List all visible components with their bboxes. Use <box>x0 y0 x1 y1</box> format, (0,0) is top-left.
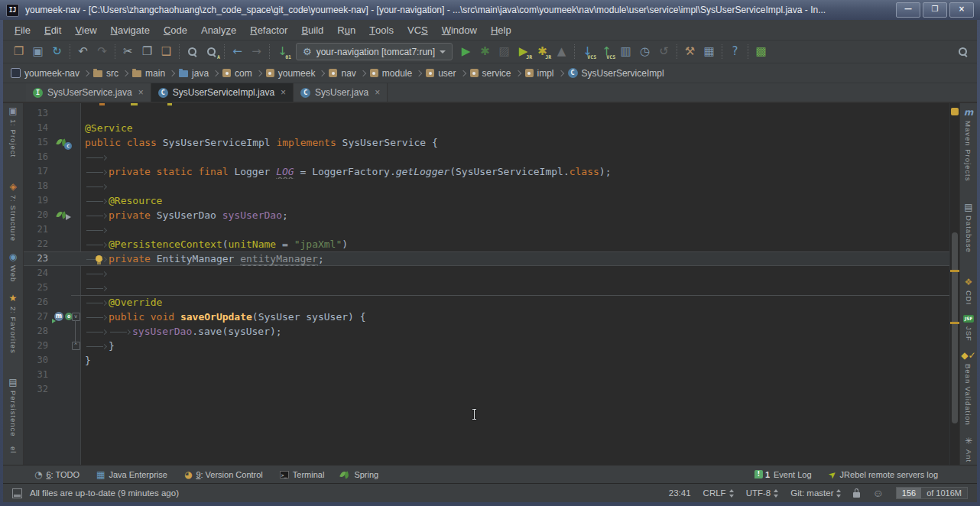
code-text[interactable] <box>80 266 949 281</box>
tool-button-database[interactable]: ▤Database <box>964 203 972 253</box>
synchronize-icon[interactable]: ↻ <box>47 43 67 60</box>
menu-window[interactable]: Window <box>435 20 484 40</box>
tool-button-2-favorites[interactable]: ★2: Favorites <box>9 294 18 354</box>
tool-button-7-structure[interactable]: ◈7: Structure <box>9 182 18 242</box>
recent-changes-icon[interactable]: ◷ <box>635 43 654 60</box>
warning-stripe-mark[interactable] <box>950 270 959 272</box>
redo-icon[interactable]: ↷ <box>92 43 112 60</box>
menu-help[interactable]: Help <box>484 20 518 40</box>
editor-scrollbar[interactable] <box>949 103 959 465</box>
tool-button-spring[interactable]: Spring <box>333 470 387 479</box>
tool-button-web[interactable]: ◉Web <box>9 252 18 282</box>
find-icon[interactable] <box>183 43 202 60</box>
highlighting-level-icon[interactable]: ☺ <box>872 488 883 498</box>
tool-button-jsf[interactable]: JSFJSF <box>963 315 975 342</box>
error-stripe-status-icon[interactable] <box>951 108 959 115</box>
breadcrumb-module[interactable]: module <box>370 68 412 79</box>
breadcrumb-user[interactable]: user <box>426 68 456 79</box>
close-icon[interactable]: × <box>138 87 144 98</box>
code-text[interactable]: private static final Logger LOG = Logger… <box>80 164 949 179</box>
breadcrumb-youmeek[interactable]: youmeek <box>266 68 316 79</box>
menu-code[interactable]: Code <box>157 20 194 40</box>
menu-refactor[interactable]: Refactor <box>243 20 294 40</box>
open-icon[interactable]: ❐ <box>9 43 28 60</box>
breadcrumb-youmeek-nav[interactable]: youmeek-nav <box>11 68 80 79</box>
run-configuration-combo[interactable]: ⚙your-navigation [tomcat7:run] <box>296 43 453 60</box>
status-cursor-position[interactable]: 23:41 <box>669 488 691 498</box>
back-icon[interactable]: ← <box>228 43 247 60</box>
fold-marker-end[interactable]: ^ <box>72 342 80 350</box>
editor-tab-sysuser.java[interactable]: CSysUser.java× <box>294 83 388 102</box>
breadcrumb-src[interactable]: src <box>93 68 118 79</box>
status-encoding[interactable]: UTF-8 <box>746 488 779 498</box>
tool-button-1-project[interactable]: ▣1: Project <box>8 106 17 157</box>
editor-tab-sysuserserviceimpl.java[interactable]: CSysUserServiceImpl.java× <box>151 83 294 102</box>
search-everywhere-icon[interactable] <box>953 43 972 60</box>
vcs-update-icon[interactable]: ↓VCS <box>578 43 597 60</box>
forward-icon[interactable]: → <box>247 43 266 60</box>
close-button[interactable]: × <box>949 2 974 18</box>
coverage-icon[interactable]: ▨ <box>495 43 514 60</box>
code-text[interactable] <box>80 222 949 237</box>
changes-icon[interactable]: ▥ <box>616 43 635 60</box>
tool-button-el[interactable]: el <box>9 446 18 453</box>
tool-button-bean-validation[interactable]: ◆✓Bean Validation <box>961 351 975 426</box>
attach-profiler-icon[interactable]: ▲ <box>552 43 571 60</box>
tool-button-cdi[interactable]: ❖CDI <box>965 277 973 305</box>
tool-button-jrebel-remote-servers-log[interactable]: ➤JRebel remote servers log <box>820 470 946 479</box>
save-icon[interactable]: ▣ <box>28 43 47 60</box>
memory-indicator[interactable]: 156 of 1016M <box>896 487 968 499</box>
tool-button-6-todo[interactable]: ◔6: TODO <box>26 470 88 479</box>
code-text[interactable]: @Service <box>80 121 949 135</box>
code-text[interactable]: } <box>80 353 949 368</box>
code-text[interactable]: public void saveOrUpdate(SysUser sysUser… <box>80 310 949 324</box>
tool-button-ant[interactable]: ✳Ant <box>965 436 973 462</box>
close-icon[interactable]: × <box>281 87 286 98</box>
breadcrumb-java[interactable]: java <box>179 68 209 79</box>
tool-button-maven-projects[interactable]: mMaven Projects <box>964 108 974 181</box>
tool-button-event-log[interactable]: !1Event Log <box>746 470 820 479</box>
cut-icon[interactable]: ✂ <box>118 43 138 60</box>
breadcrumb-service[interactable]: service <box>470 68 511 79</box>
code-editor[interactable]: 1314@Service15cpublic class SysUserServi… <box>24 103 949 465</box>
replace-icon[interactable]: A <box>202 43 221 60</box>
fold-marker-collapse[interactable]: v <box>72 313 80 321</box>
code-text[interactable] <box>80 281 949 295</box>
editor-tab-sysuserservice.java[interactable]: ISysUserService.java× <box>26 83 151 102</box>
menu-vcs[interactable]: VCS <box>401 20 435 40</box>
jrebel-panel-icon[interactable]: ▩ <box>751 43 771 60</box>
code-text[interactable]: private EntityManager entityManager; <box>80 251 949 266</box>
undo-icon[interactable]: ↶ <box>73 43 92 60</box>
warning-stripe-mark[interactable] <box>950 322 959 324</box>
scrollbar-thumb[interactable] <box>952 232 958 423</box>
run-icon[interactable]: ▶ <box>456 43 475 60</box>
breadcrumb-main[interactable]: main <box>132 68 165 79</box>
code-text[interactable] <box>80 150 949 164</box>
code-text[interactable]: @PersistenceContext(unitName = "jpaXml") <box>80 237 949 251</box>
code-text[interactable]: @Resource <box>80 193 949 208</box>
paste-icon[interactable]: ❑ <box>157 43 176 60</box>
menu-tools[interactable]: Tools <box>362 20 401 40</box>
compare-icon[interactable]: ↓01 <box>273 43 292 60</box>
code-text[interactable]: @Override <box>80 295 949 310</box>
menu-analyze[interactable]: Analyze <box>194 20 243 40</box>
code-text[interactable]: public class SysUserServiceImpl implemen… <box>80 135 949 150</box>
code-text[interactable]: } <box>80 339 949 353</box>
tool-button-terminal[interactable]: >_Terminal <box>271 470 333 479</box>
menu-build[interactable]: Build <box>294 20 330 40</box>
help-icon[interactable]: ? <box>725 43 745 60</box>
breadcrumb-com[interactable]: com <box>222 68 252 79</box>
code-text[interactable]: private SysUserDao sysUserDao; <box>80 208 949 222</box>
lock-icon[interactable] <box>853 492 860 498</box>
breadcrumb-impl[interactable]: impl <box>525 68 554 79</box>
intention-bulb-icon[interactable] <box>96 255 102 262</box>
rollback-icon[interactable]: ↺ <box>654 43 673 60</box>
settings-icon[interactable]: ⚒ <box>680 43 699 60</box>
menu-run[interactable]: Run <box>330 20 362 40</box>
tool-button-java-enterprise[interactable]: ▦Java Enterprise <box>88 470 176 479</box>
code-text[interactable]: sysUserDao.save(sysUser); <box>80 324 949 339</box>
debug-icon[interactable]: ✱ <box>475 43 495 60</box>
vcs-commit-icon[interactable]: ↑VCS <box>597 43 616 60</box>
menu-view[interactable]: View <box>68 20 103 40</box>
toolwindow-toggle-icon[interactable] <box>12 488 22 498</box>
